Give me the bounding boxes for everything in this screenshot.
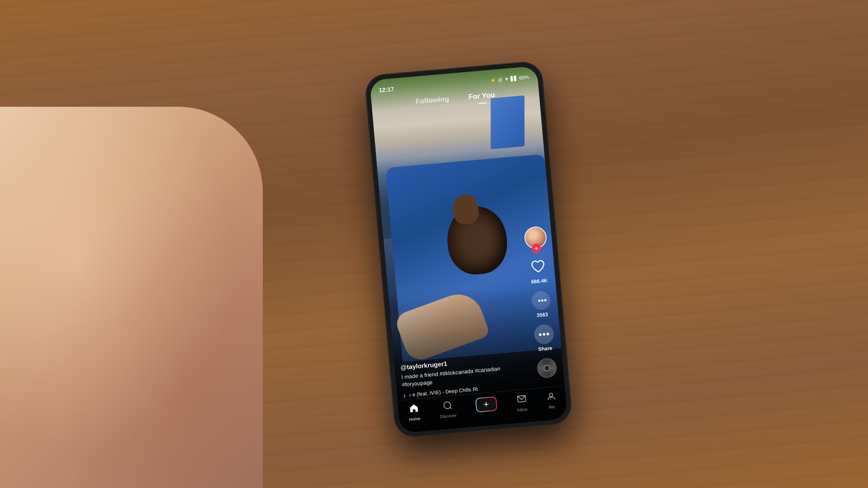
add-button[interactable]: + <box>475 396 498 413</box>
gmail-icon: @ <box>498 77 503 82</box>
share-dots <box>539 333 549 336</box>
share-label: Share <box>538 345 552 352</box>
share-dot-1 <box>539 333 542 336</box>
inbox-icon <box>516 394 526 407</box>
signal-icon: ▋▋ <box>510 75 517 81</box>
svg-point-6 <box>549 393 553 397</box>
wifi-icon: ▼ <box>504 76 509 82</box>
me-label: Me <box>549 405 555 410</box>
share-dot-3 <box>546 333 549 336</box>
nav-me[interactable]: Me <box>546 391 557 410</box>
bluetooth-icon: ⚡ <box>490 77 496 83</box>
comment-bubble-icon <box>531 291 551 311</box>
svg-point-0 <box>538 299 540 302</box>
phone-body: 12:17 ⚡ @ ▼ ▋▋ 60% Following For You <box>364 60 573 438</box>
svg-line-4 <box>450 408 451 409</box>
comment-action[interactable]: 3563 <box>531 290 552 319</box>
status-icons: ⚡ @ ▼ ▋▋ 60% <box>490 74 529 83</box>
share-icon-container <box>534 324 555 345</box>
nav-add[interactable]: + <box>475 396 498 413</box>
comment-icon-container <box>531 290 552 311</box>
blue-chair-back <box>491 95 525 149</box>
nav-home[interactable]: Home <box>408 403 420 422</box>
svg-point-2 <box>544 299 546 301</box>
music-disc-action <box>537 358 558 379</box>
tab-following[interactable]: Following <box>412 93 453 108</box>
music-note-icon: ♪ <box>403 392 406 399</box>
share-action[interactable]: Share <box>534 324 555 352</box>
comment-icon <box>535 294 547 306</box>
add-icon: + <box>483 399 490 409</box>
nav-discover[interactable]: Discover <box>439 400 456 419</box>
home-label: Home <box>409 416 421 421</box>
discover-icon <box>442 400 453 413</box>
battery-indicator: 60% <box>519 74 529 81</box>
discover-label: Discover <box>440 413 457 419</box>
inbox-label: Inbox <box>517 407 528 412</box>
music-disc-center <box>543 364 551 372</box>
share-button-icon <box>534 324 555 345</box>
profile-icon <box>546 391 556 404</box>
status-time: 12:17 <box>378 86 394 94</box>
nav-inbox[interactable]: Inbox <box>516 394 528 412</box>
home-icon <box>409 403 419 416</box>
hand <box>0 107 263 488</box>
phone: 12:17 ⚡ @ ▼ ▋▋ 60% Following For You <box>364 60 573 438</box>
music-disc-icon <box>537 358 558 379</box>
like-icon-container <box>528 256 549 277</box>
tab-for-you[interactable]: For You <box>465 89 499 103</box>
creator-avatar-container[interactable]: + <box>523 226 547 250</box>
svg-point-1 <box>541 299 543 302</box>
heart-icon <box>529 258 547 275</box>
phone-screen: 12:17 ⚡ @ ▼ ▋▋ 60% Following For You <box>370 66 568 433</box>
like-count: 686.4K <box>531 277 548 285</box>
share-dot-2 <box>542 333 545 336</box>
like-action[interactable]: 686.4K <box>528 256 549 285</box>
comment-count: 3563 <box>537 311 548 318</box>
